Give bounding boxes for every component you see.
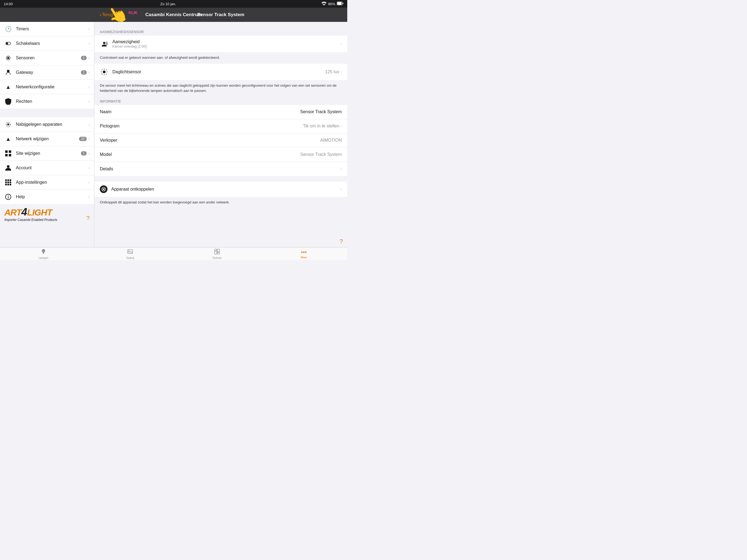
status-time: 14:00: [4, 2, 13, 6]
help-circle-icon[interactable]: ?: [86, 215, 90, 222]
aanwezigheid-row[interactable]: Aanwezigheid Kamer overdag [2:00] ›: [94, 35, 347, 52]
sidebar-label-rechten: Rechten: [16, 99, 88, 104]
content-area: AANWEZIGHEIDSSENSOR Aanwezigheid Kamer o…: [94, 22, 347, 247]
svg-rect-22: [5, 184, 7, 185]
svg-rect-45: [215, 251, 217, 254]
sidebar-label-app-instellingen: App-instellingen: [16, 180, 88, 185]
back-button[interactable]: ‹ Terug: [94, 12, 113, 18]
info-icon: [4, 193, 12, 201]
sidebar-item-account[interactable]: Account ›: [0, 161, 94, 175]
sidebar-item-netwerk-wijzigen[interactable]: ▲ Netwerk wijzigen 32 ›: [0, 132, 94, 146]
back-chevron-icon: ‹: [100, 12, 101, 18]
svg-rect-46: [217, 249, 220, 252]
daglichtsensor-row[interactable]: Daglichtsensor 125 lux ›: [94, 64, 347, 80]
info-value-naam: Sensor Track System: [154, 109, 342, 114]
logo-light: LIGHT: [27, 207, 52, 218]
gateway-icon: [4, 69, 12, 76]
gallery-icon: [127, 249, 133, 256]
switch-icon: [4, 40, 12, 47]
tab-scenes[interactable]: Scènes: [174, 249, 261, 259]
tab-meer-label: Meer: [301, 256, 307, 259]
daylight-icon: [100, 68, 108, 76]
info-row-model: Model Sensor Track System: [94, 148, 347, 162]
spacer: [94, 176, 347, 182]
svg-line-33: [102, 70, 102, 70]
aanwezigheid-card: Aanwezigheid Kamer overdag [2:00] ›: [94, 35, 347, 52]
informatie-card: Naam Sensor Track System Pictogram Tik o…: [94, 105, 347, 176]
sidebar-label-site-wijzigen: Site wijzigen: [16, 151, 81, 156]
info-label-naam: Naam: [100, 109, 154, 114]
svg-rect-42: [128, 250, 133, 253]
svg-point-43: [129, 250, 130, 251]
informatie-header: INFORMATIE: [94, 97, 347, 105]
svg-rect-11: [5, 150, 8, 153]
svg-line-36: [102, 74, 102, 74]
nav-bar: Casambi Kennis Centrum ‹ Terug Sensor Tr…: [0, 8, 347, 22]
tab-lampen-label: Lampen: [38, 256, 48, 259]
logo-area: ART4LIGHT Importer Casambi Enabled Produ…: [0, 204, 94, 224]
presence-icon: [100, 40, 108, 48]
sidebar-item-nabijgelegen[interactable]: Nabijgelegen apparaten ›: [0, 117, 94, 132]
info-value-model: Sensor Track System: [154, 152, 342, 157]
tab-meer[interactable]: ••• Meer: [261, 249, 347, 259]
info-row-verkoper: Verkoper AIMOTION: [94, 133, 347, 148]
logo-4: 4: [21, 206, 27, 218]
info-label-verkoper: Verkoper: [100, 138, 154, 143]
info-row-details[interactable]: Details ›: [94, 162, 347, 176]
svg-rect-41: [43, 253, 44, 254]
chevron-right-icon: ›: [88, 70, 90, 75]
info-value-verkoper: AIMOTION: [154, 138, 342, 143]
sidebar-label-schakelaars: Schakelaars: [16, 41, 88, 46]
svg-point-4: [6, 43, 8, 44]
netwerk-badge: 32: [79, 137, 86, 141]
chevron-right-icon: ›: [340, 187, 342, 192]
sidebar-separator: [0, 108, 94, 117]
svg-point-27: [8, 195, 9, 196]
gateway-badge: 1: [81, 70, 87, 75]
nav-bar-title: Casambi Kennis Centrum: [146, 12, 202, 18]
svg-point-15: [7, 165, 9, 168]
nearby-icon: [4, 121, 12, 128]
tab-lampen[interactable]: Lampen: [0, 249, 87, 259]
sensor-icon: [4, 54, 12, 62]
sidebar-item-app-instellingen[interactable]: App-instellingen ›: [0, 175, 94, 190]
sidebar-item-site-wijzigen[interactable]: Site wijzigen 1 ›: [0, 146, 94, 161]
info-row-pictogram[interactable]: Pictogram Tik om in te stellen ›: [94, 119, 347, 133]
sidebar-item-help[interactable]: Help ›: [0, 190, 94, 204]
sidebar-item-timers[interactable]: 🕐 Timers ›: [0, 22, 94, 36]
sidebar-item-netwerkconfiguratie[interactable]: ▲ Netwerkconfiguratie ›: [0, 80, 94, 94]
svg-rect-1: [337, 2, 342, 5]
chevron-right-icon: ›: [88, 195, 90, 199]
tab-galerij[interactable]: Galerij: [87, 249, 174, 259]
lamp-icon: [41, 249, 47, 256]
back-button-label: Terug: [102, 12, 113, 17]
sidebar-label-netwerk-wijzigen: Netwerk wijzigen: [16, 136, 79, 142]
sensoren-badge: 1: [81, 56, 87, 60]
info-value-pictogram: Tik om in te stellen: [154, 124, 339, 128]
chevron-right-icon: ›: [88, 55, 90, 60]
sidebar-label-gateway: Gateway: [16, 70, 81, 75]
appgrid-icon: [4, 179, 12, 186]
chevron-right-icon: ›: [340, 70, 342, 74]
aanwezigheidssensor-header: AANWEZIGHEIDSSENSOR: [94, 27, 347, 35]
network2-icon: ▲: [4, 135, 12, 143]
disconnect-card: Apparaat ontkoppelen ›: [94, 182, 347, 197]
help-circle-right-icon[interactable]: ?: [340, 238, 343, 245]
sidebar-section-top: 🕐 Timers › Schakelaars ›: [0, 22, 94, 108]
aanwezigheid-subtitle: Kamer overdag [2:00]: [112, 44, 340, 48]
sidebar-item-rechten[interactable]: Rechten ›: [0, 94, 94, 108]
sidebar-item-gateway[interactable]: Gateway 1 ›: [0, 65, 94, 80]
sidebar-item-sensoren[interactable]: Sensoren 1 ›: [0, 51, 94, 65]
svg-point-10: [8, 124, 9, 125]
svg-rect-47: [217, 252, 220, 254]
sidebar-label-nabijgelegen: Nabijgelegen apparaten: [16, 122, 88, 127]
svg-point-28: [103, 71, 106, 73]
klik-badge: KLIK: [129, 10, 137, 15]
person-icon: [4, 164, 12, 172]
scenes-icon: [214, 249, 220, 256]
disconnect-row[interactable]: Apparaat ontkoppelen ›: [94, 182, 347, 197]
sidebar-item-schakelaars[interactable]: Schakelaars ›: [0, 36, 94, 51]
clock-icon: 🕐: [4, 25, 12, 33]
svg-point-7: [7, 70, 9, 73]
grid-icon: [4, 150, 12, 157]
